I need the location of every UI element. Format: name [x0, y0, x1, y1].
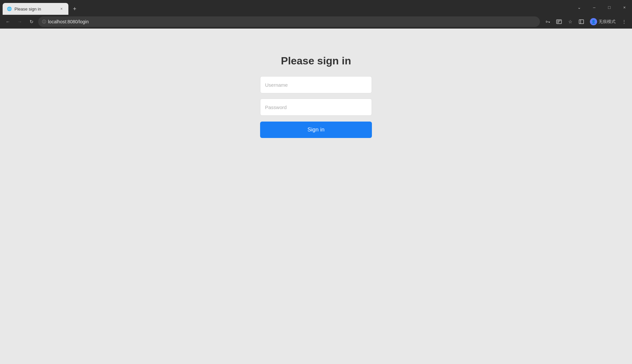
login-title: Please sign in: [281, 55, 351, 67]
page-content: Please sign in Sign in: [0, 29, 632, 364]
window-close-button[interactable]: ×: [617, 2, 632, 13]
sign-in-button[interactable]: Sign in: [260, 122, 372, 138]
browser-window: 🌐 Please sign in × + ⌄ – □ × ← → ↻ ⓘ loc…: [0, 0, 632, 364]
sidebar-icon[interactable]: [576, 16, 587, 27]
bookmark-icon[interactable]: ☆: [565, 16, 575, 27]
address-bar[interactable]: ⓘ localhost:8080/login: [38, 16, 540, 27]
tab-favicon: 🌐: [7, 6, 12, 11]
menu-button[interactable]: ⋮: [619, 16, 629, 27]
profile-label: 无痕模式: [598, 19, 616, 25]
profile-avatar: 👤: [590, 18, 597, 25]
new-tab-button[interactable]: +: [70, 4, 80, 14]
refresh-button[interactable]: ↻: [26, 16, 37, 27]
translate-icon[interactable]: [554, 16, 564, 27]
browser-chrome: 🌐 Please sign in × + ⌄ – □ × ← → ↻ ⓘ loc…: [0, 0, 632, 29]
svg-rect-1: [579, 20, 584, 24]
navigation-bar: ← → ↻ ⓘ localhost:8080/login 🗝 ☆: [0, 15, 632, 29]
window-minimize-button[interactable]: –: [587, 2, 602, 13]
tab-bar: 🌐 Please sign in × + ⌄ – □ ×: [0, 0, 632, 15]
window-controls: ⌄ – □ ×: [571, 0, 632, 15]
address-text: localhost:8080/login: [48, 19, 536, 24]
window-maximize-button[interactable]: □: [602, 2, 617, 13]
active-tab[interactable]: 🌐 Please sign in ×: [3, 3, 68, 15]
tab-close-button[interactable]: ×: [59, 6, 64, 12]
address-info-icon: ⓘ: [42, 19, 46, 25]
tab-title: Please sign in: [14, 7, 56, 11]
username-input[interactable]: [260, 76, 372, 93]
back-button[interactable]: ←: [3, 16, 13, 27]
password-manager-icon[interactable]: 🗝: [543, 16, 553, 27]
toolbar-right: 🗝 ☆ 👤 无痕模式 ⋮: [543, 16, 629, 27]
password-input[interactable]: [260, 99, 372, 116]
forward-button[interactable]: →: [14, 16, 25, 27]
window-chevron-button[interactable]: ⌄: [571, 2, 587, 13]
profile-button[interactable]: 👤 无痕模式: [587, 17, 618, 27]
login-form-container: Please sign in Sign in: [260, 55, 372, 138]
